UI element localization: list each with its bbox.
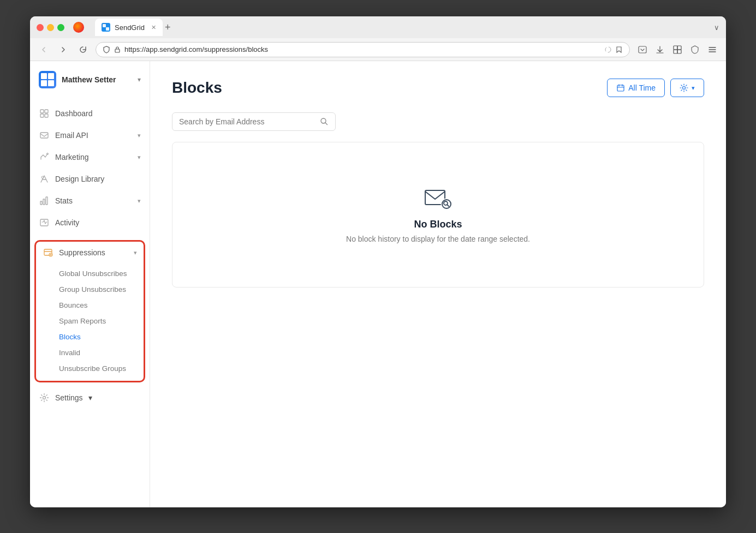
all-time-label: All Time xyxy=(628,83,656,92)
sidebar-item-marketing-label: Marketing xyxy=(55,153,88,161)
title-bar: SendGrid ✕ + ∨ xyxy=(30,16,726,38)
tab-bar: SendGrid ✕ + xyxy=(95,19,170,36)
sidebar-item-bounces[interactable]: Bounces xyxy=(36,297,144,313)
design-library-icon xyxy=(39,173,50,184)
user-avatar xyxy=(39,71,56,88)
sidebar-nav: Dashboard Email API ▾ xyxy=(30,98,150,238)
email-api-icon xyxy=(39,130,50,141)
url-text: https://app.sendgrid.com/suppressions/bl… xyxy=(124,45,601,53)
firefox-icon xyxy=(73,22,84,33)
svg-rect-15 xyxy=(45,114,48,117)
empty-state-title: No Blocks xyxy=(414,219,462,230)
stats-chevron-icon: ▾ xyxy=(138,197,141,205)
main-content: Blocks All Time ▾ xyxy=(150,61,726,507)
suppressions-chevron-icon: ▾ xyxy=(134,249,137,256)
svg-rect-4 xyxy=(639,46,646,53)
sidebar-item-design-library-label: Design Library xyxy=(55,175,104,183)
svg-rect-7 xyxy=(674,50,677,53)
search-input[interactable] xyxy=(179,117,316,126)
user-name: Matthew Setter xyxy=(62,75,116,84)
sidebar-item-stats[interactable]: Stats ▾ xyxy=(30,190,150,212)
tab-close-button[interactable]: ✕ xyxy=(151,24,156,31)
lock-icon xyxy=(114,46,121,53)
browser-window: SendGrid ✕ + ∨ xyxy=(30,16,726,507)
reload-button[interactable] xyxy=(76,43,90,57)
svg-rect-12 xyxy=(40,110,44,113)
stats-icon xyxy=(39,195,50,206)
sidebar-item-blocks[interactable]: Blocks xyxy=(36,329,144,345)
all-time-button[interactable]: All Time xyxy=(607,79,665,97)
sidebar-item-email-api-label: Email API xyxy=(55,131,88,140)
sidebar-item-settings[interactable]: Settings ▾ xyxy=(30,387,150,409)
calendar-icon xyxy=(616,83,625,92)
tab-title: SendGrid xyxy=(115,23,145,32)
sidebar: Matthew Setter ▾ Dashboard xyxy=(30,61,150,507)
settings-button[interactable]: ▾ xyxy=(670,79,704,97)
tab-favicon xyxy=(102,23,110,32)
svg-rect-5 xyxy=(674,46,677,50)
sidebar-item-spam-reports[interactable]: Spam Reports xyxy=(36,313,144,329)
containers-icon[interactable] xyxy=(670,43,684,57)
svg-rect-0 xyxy=(103,24,106,27)
suppressions-section: Suppressions ▾ Global Unsubscribes Group… xyxy=(34,240,145,382)
marketing-icon xyxy=(39,152,50,163)
marketing-chevron-icon: ▾ xyxy=(138,154,141,161)
refresh-indicator-icon xyxy=(604,46,612,53)
bookmark-icon[interactable] xyxy=(615,46,623,53)
email-api-chevron-icon: ▾ xyxy=(138,132,141,139)
suppressions-icon xyxy=(43,247,53,258)
url-bar[interactable]: https://app.sendgrid.com/suppressions/bl… xyxy=(96,42,630,57)
pocket-icon[interactable] xyxy=(635,43,650,57)
search-input-wrap[interactable] xyxy=(172,112,336,131)
suppressions-header[interactable]: Suppressions ▾ xyxy=(36,242,144,263)
settings-chevron-icon: ▾ xyxy=(88,393,92,402)
sidebar-item-activity-label: Activity xyxy=(55,218,79,227)
svg-rect-13 xyxy=(45,110,48,113)
sidebar-item-group-unsubscribes[interactable]: Group Unsubscribes xyxy=(36,282,144,297)
svg-rect-8 xyxy=(677,50,681,53)
user-chevron-icon: ▾ xyxy=(138,76,141,83)
sidebar-item-email-api[interactable]: Email API ▾ xyxy=(30,124,150,146)
suppressions-submenu: Global Unsubscribes Group Unsubscribes B… xyxy=(36,263,144,381)
svg-rect-2 xyxy=(115,49,120,52)
svg-rect-1 xyxy=(106,27,109,31)
page-header: Blocks All Time ▾ xyxy=(172,79,704,97)
fullscreen-button[interactable] xyxy=(57,24,64,31)
sidebar-item-marketing[interactable]: Marketing ▾ xyxy=(30,146,150,168)
sidebar-item-design-library[interactable]: Design Library xyxy=(30,168,150,190)
empty-state-description: No block history to display for the date… xyxy=(346,235,530,243)
empty-state-container: No Blocks No block history to display fo… xyxy=(172,142,704,288)
page-title: Blocks xyxy=(172,79,222,97)
svg-rect-6 xyxy=(677,46,681,50)
header-actions: All Time ▾ xyxy=(607,79,704,97)
sidebar-item-global-unsubscribes[interactable]: Global Unsubscribes xyxy=(36,266,144,282)
sidebar-item-invalid[interactable]: Invalid xyxy=(36,345,144,361)
new-tab-button[interactable]: + xyxy=(165,22,171,32)
search-icon xyxy=(320,117,329,126)
vpn-icon[interactable] xyxy=(688,43,702,57)
svg-rect-21 xyxy=(46,197,47,205)
active-tab[interactable]: SendGrid ✕ xyxy=(95,19,163,36)
user-header[interactable]: Matthew Setter ▾ xyxy=(30,61,150,98)
sidebar-item-dashboard[interactable]: Dashboard xyxy=(30,103,150,124)
sidebar-item-stats-label: Stats xyxy=(55,196,73,205)
window-controls: ∨ xyxy=(714,22,719,32)
forward-button[interactable] xyxy=(56,43,70,57)
sidebar-item-unsubscribe-groups[interactable]: Unsubscribe Groups xyxy=(36,361,144,376)
navigation-bar: https://app.sendgrid.com/suppressions/bl… xyxy=(30,38,726,61)
settings-icon xyxy=(39,392,50,403)
no-blocks-icon xyxy=(423,186,454,210)
nav-actions xyxy=(635,43,719,57)
menu-icon[interactable] xyxy=(705,43,719,57)
traffic-lights xyxy=(37,24,64,31)
settings-button-chevron: ▾ xyxy=(692,85,695,92)
back-button[interactable] xyxy=(37,43,51,57)
sidebar-item-dashboard-label: Dashboard xyxy=(55,109,93,118)
app-layout: Matthew Setter ▾ Dashboard xyxy=(30,61,726,507)
minimize-button[interactable] xyxy=(47,24,54,31)
sidebar-item-activity[interactable]: Activity xyxy=(30,212,150,233)
close-button[interactable] xyxy=(37,24,44,31)
svg-point-27 xyxy=(683,87,686,89)
svg-rect-26 xyxy=(617,85,624,91)
download-icon[interactable] xyxy=(653,43,667,57)
